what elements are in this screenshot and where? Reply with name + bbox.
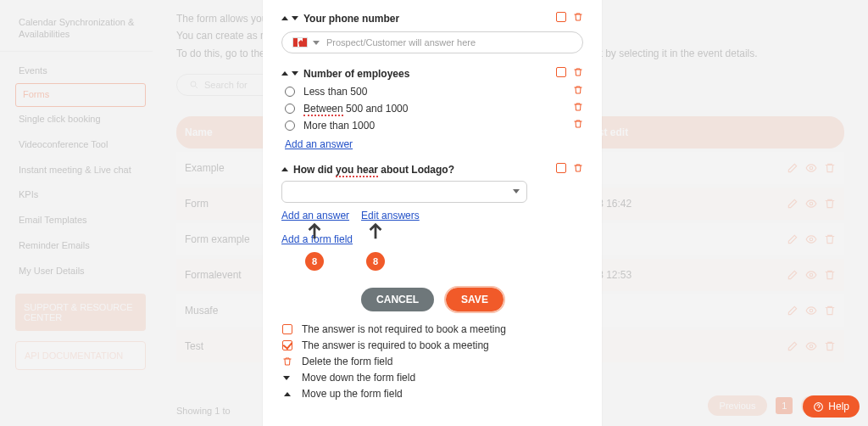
- radio-label: Less than 500: [303, 86, 367, 98]
- help-label: Help: [828, 401, 849, 412]
- trash-icon[interactable]: [573, 85, 583, 98]
- trash-icon: [281, 356, 293, 367]
- cancel-button[interactable]: CANCEL: [361, 288, 434, 311]
- radio-label: Between 500 and 1000: [303, 103, 408, 115]
- radio-label: More than 1000: [303, 120, 375, 132]
- trash-icon[interactable]: [573, 102, 583, 115]
- radio-option[interactable]: Between 500 and 1000: [285, 102, 583, 115]
- checkbox-outline-icon: [282, 324, 292, 334]
- required-toggle-icon[interactable]: [556, 12, 566, 22]
- required-toggle-icon[interactable]: [556, 163, 566, 173]
- legend-required: The answer is required to book a meeting: [281, 339, 583, 351]
- legend-move-up: Move up the form field: [281, 388, 583, 400]
- field-label: Your phone number: [303, 13, 399, 25]
- checkbox-checked-icon: [282, 340, 292, 350]
- move-down-icon: [283, 376, 290, 380]
- radio-option[interactable]: Less than 500: [285, 85, 583, 98]
- how-hear-select[interactable]: [281, 181, 527, 203]
- arrow-up-icon: [366, 220, 385, 242]
- move-up-icon[interactable]: [281, 71, 288, 76]
- trash-icon[interactable]: [573, 163, 583, 176]
- field-label: Number of employees: [303, 68, 409, 80]
- arrow-up-icon: [305, 220, 324, 242]
- help-icon: [813, 401, 824, 412]
- legend-not-required: The answer is not required to book a mee…: [281, 323, 583, 335]
- help-button[interactable]: Help: [803, 395, 860, 418]
- trash-icon[interactable]: [573, 12, 583, 25]
- radio-option[interactable]: More than 1000: [285, 119, 583, 132]
- radio-icon: [285, 121, 295, 131]
- move-up-icon[interactable]: [281, 167, 288, 171]
- move-up-icon: [284, 392, 291, 396]
- field-header-how-hear: How did you hear about Lodago?: [281, 163, 583, 176]
- step-badge: 8: [305, 252, 324, 271]
- save-button[interactable]: SAVE: [446, 288, 504, 311]
- field-header-employees: Number of employees: [281, 67, 583, 80]
- legend-move-down: Move down the form field: [281, 372, 583, 384]
- move-down-icon[interactable]: [292, 71, 298, 76]
- legend: The answer is not required to book a mee…: [281, 323, 583, 400]
- field-header-phone: Your phone number: [281, 12, 583, 25]
- move-down-icon[interactable]: [292, 16, 298, 20]
- radio-icon: [285, 87, 295, 97]
- modal-actions: CANCEL SAVE: [281, 288, 583, 311]
- add-answer-link[interactable]: Add an answer: [285, 138, 353, 150]
- trash-icon[interactable]: [573, 119, 583, 132]
- step-badge: 8: [366, 252, 385, 271]
- chevron-down-icon[interactable]: [313, 41, 320, 45]
- field-label: How did you hear about Lodago?: [293, 164, 454, 176]
- trash-icon[interactable]: [573, 67, 583, 80]
- form-editor-modal: Your phone number Prospect/Customer will…: [263, 0, 602, 426]
- legend-delete: Delete the form field: [281, 356, 583, 367]
- move-up-icon[interactable]: [281, 16, 288, 20]
- flag-canada-icon[interactable]: [292, 37, 308, 48]
- phone-input[interactable]: Prospect/Customer will answer here: [281, 31, 583, 53]
- required-toggle-icon[interactable]: [556, 67, 566, 77]
- radio-icon: [285, 104, 295, 114]
- phone-placeholder: Prospect/Customer will answer here: [326, 37, 476, 48]
